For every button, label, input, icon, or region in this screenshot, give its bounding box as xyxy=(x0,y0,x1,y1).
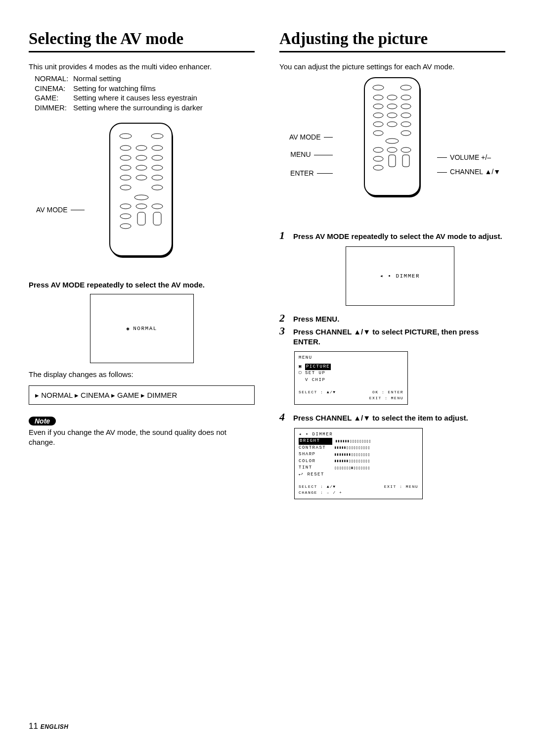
osd-picture-item: CONTRAST xyxy=(299,445,331,452)
svg-point-25 xyxy=(120,224,131,229)
svg-point-2 xyxy=(120,134,132,139)
svg-point-32 xyxy=(401,95,411,100)
remote-diagram-right: AV MODE MENU ENTER VOLUME +/– xyxy=(279,77,505,215)
svg-point-15 xyxy=(152,175,163,180)
modes-table: NORMAL:Normal setting CINEMA:Setting for… xyxy=(35,74,255,112)
svg-point-45 xyxy=(373,147,383,152)
svg-point-36 xyxy=(373,113,383,118)
svg-point-12 xyxy=(152,165,163,170)
svg-point-29 xyxy=(400,85,411,90)
svg-point-14 xyxy=(136,175,147,180)
osd-menu-title: MENU xyxy=(299,355,403,362)
osd-picture-bottom-left2: CHANGE : – / + xyxy=(299,490,342,495)
svg-point-51 xyxy=(373,165,383,170)
osd-menu-bottom-right2: EXIT : MENU xyxy=(369,396,403,400)
snowflake-icon: ✱ xyxy=(126,326,130,332)
svg-point-46 xyxy=(387,147,397,152)
remote-diagram: AV MODE xyxy=(29,122,255,271)
cycle-box: ▸ NORMAL ▸ CINEMA ▸ GAME ▸ DIMMER xyxy=(29,385,255,405)
svg-point-34 xyxy=(387,104,397,109)
svg-point-41 xyxy=(401,122,411,127)
remote-icon xyxy=(356,77,430,200)
step-number: 4 xyxy=(279,412,288,423)
svg-point-47 xyxy=(401,147,411,152)
slider-icon: ▮▮▮▮▮▯▯▯▯▯▯▯▯▯▯ xyxy=(334,445,370,451)
slider-icon: ▮▮▮▮▮▮▯▯▯▯▯▯▯▯▯ xyxy=(335,438,371,444)
step-4-text: Press CHANNEL ▲/▼ to select the item to … xyxy=(293,412,468,423)
svg-point-19 xyxy=(120,204,131,209)
svg-point-30 xyxy=(373,95,383,100)
step-head: Press AV MODE repeatedly to select the A… xyxy=(29,281,255,289)
svg-rect-50 xyxy=(402,155,409,167)
osd-picture-item: TINT xyxy=(299,465,331,472)
svg-rect-23 xyxy=(137,212,145,225)
osd-icons: ▣▢ xyxy=(299,364,302,376)
osd-normal-box: ✱ NORMAL xyxy=(90,294,194,363)
mode-desc: Setting for watching films xyxy=(73,84,156,94)
svg-point-13 xyxy=(120,175,131,180)
slider-icon: ▮▮▮▮▮▮▯▯▯▯▯▯▯▯▯ xyxy=(334,458,370,464)
osd-picture-item-bright: BRIGHT xyxy=(299,438,332,445)
svg-point-40 xyxy=(387,122,397,127)
step-number: 2 xyxy=(279,313,288,324)
mode-desc: Normal setting xyxy=(73,74,121,84)
heading-adjust-picture: Adjusting the picture xyxy=(279,30,505,52)
mode-label: GAME: xyxy=(35,93,73,103)
svg-point-4 xyxy=(120,145,131,150)
page-footer: 11 ENGLISH xyxy=(29,721,69,731)
svg-point-21 xyxy=(152,204,163,209)
svg-rect-24 xyxy=(153,212,161,225)
mode-desc: Setting where the surrounding is darker xyxy=(73,103,203,113)
svg-point-28 xyxy=(373,85,384,90)
remote-label-menu: MENU xyxy=(290,151,311,158)
remote-label-enter: ENTER xyxy=(290,170,313,177)
svg-point-20 xyxy=(136,204,147,209)
svg-point-37 xyxy=(387,113,397,118)
svg-point-16 xyxy=(120,185,131,190)
osd-picture-box: ◂ ▪ DIMMER BRIGHT▮▮▮▮▮▮▯▯▯▯▯▯▯▯▯ CONTRAS… xyxy=(294,428,423,500)
osd-menu-item: V CHIP xyxy=(305,377,331,384)
svg-point-5 xyxy=(136,145,147,150)
osd-menu-box: MENU ▣▢ PICTURE SET UP V CHIP SELECT : ▲… xyxy=(294,351,408,405)
note-block: Note Even if you change the AV mode, the… xyxy=(29,417,255,447)
svg-point-3 xyxy=(151,134,163,139)
mode-label: CINEMA: xyxy=(35,84,73,94)
osd-menu-bottom-left: SELECT : ▲/▼ xyxy=(299,389,336,401)
svg-point-48 xyxy=(373,156,383,161)
remote-label-avmode: AV MODE xyxy=(289,134,321,141)
step-number: 3 xyxy=(279,326,288,346)
heading-av-mode: Selecting the AV mode xyxy=(29,30,255,52)
caption-display-changes: The display changes as follows: xyxy=(29,370,255,378)
svg-point-38 xyxy=(401,113,411,118)
remote-label-volume: VOLUME +/– xyxy=(450,154,491,161)
intro-text-right: You can adjust the picture settings for … xyxy=(279,62,505,71)
svg-point-42 xyxy=(373,131,383,136)
svg-point-11 xyxy=(136,165,147,170)
osd-normal-text: NORMAL xyxy=(133,326,157,331)
svg-point-8 xyxy=(136,155,147,160)
svg-point-9 xyxy=(152,155,163,160)
osd-picture-item: ⮐ RESET xyxy=(299,472,324,477)
svg-rect-49 xyxy=(389,155,396,167)
svg-point-33 xyxy=(373,104,383,109)
mode-label: NORMAL: xyxy=(35,74,73,84)
remote-label-avmode: AV MODE xyxy=(36,202,68,218)
svg-point-7 xyxy=(120,155,131,160)
svg-rect-1 xyxy=(110,123,172,256)
svg-point-17 xyxy=(152,185,163,190)
svg-point-10 xyxy=(120,165,131,170)
osd-picture-item: SHARP xyxy=(299,451,331,458)
note-label: Note xyxy=(29,417,56,425)
note-text: Even if you change the AV mode, the soun… xyxy=(29,427,255,447)
remote-icon xyxy=(100,122,184,261)
svg-point-35 xyxy=(401,104,411,109)
slider-icon: ▮▮▮▮▮▮▮▯▯▯▯▯▯▯▯ xyxy=(334,452,370,458)
osd-menu-item-picture: PICTURE xyxy=(305,364,331,371)
osd-picture-bottom-right: EXIT : MENU xyxy=(384,484,418,496)
osd-picture-header: ◂ ▪ DIMMER xyxy=(299,431,418,438)
mode-desc: Setting where it causes less eyestrain xyxy=(73,93,197,103)
svg-point-39 xyxy=(373,122,383,127)
osd-dimmer-text: ◂ ▪ DIMMER xyxy=(380,273,420,279)
step-number: 1 xyxy=(279,230,288,241)
right-column: Adjusting the picture You can adjust the… xyxy=(279,30,505,506)
